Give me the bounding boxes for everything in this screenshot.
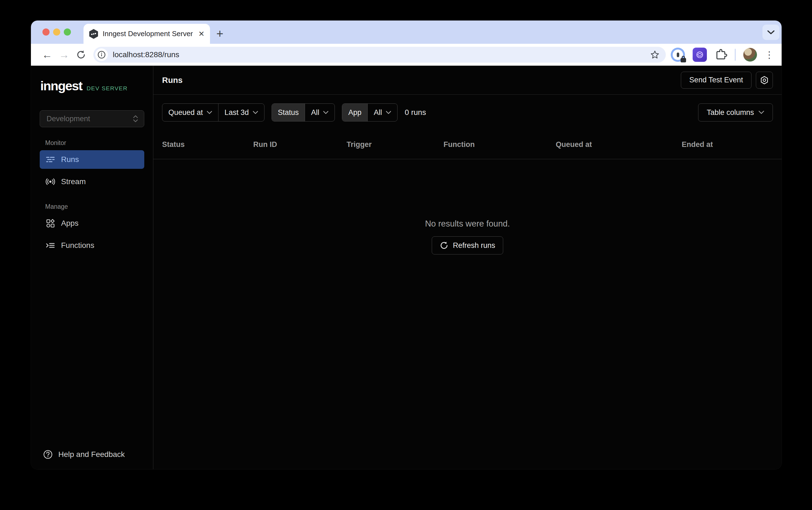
sidebar-item-functions[interactable]: Functions <box>40 236 144 255</box>
dev-server-badge: DEV SERVER <box>87 85 127 92</box>
forward-button[interactable]: → <box>56 46 72 63</box>
profile-avatar[interactable] <box>743 48 757 62</box>
column-header-trigger: Trigger <box>347 140 443 149</box>
refresh-runs-button[interactable]: Refresh runs <box>432 236 503 254</box>
apps-icon <box>46 219 55 228</box>
page-title: Runs <box>162 76 183 85</box>
help-and-feedback[interactable]: Help and Feedback <box>40 450 144 461</box>
settings-gear-icon <box>760 76 769 85</box>
environment-selector[interactable]: Development <box>40 110 144 127</box>
app-value: All <box>374 108 382 117</box>
sidebar-item-label: Apps <box>61 219 79 228</box>
empty-state: No results were found. Refresh runs <box>153 159 782 469</box>
browser-tab[interactable]: Inngest Development Server ✕ <box>84 24 210 44</box>
sidebar-item-stream[interactable]: Stream <box>40 172 144 191</box>
runs-count: 0 runs <box>405 108 426 117</box>
help-label: Help and Feedback <box>58 450 125 459</box>
app-filter-group: App All <box>342 103 398 121</box>
tab-title: Inngest Development Server <box>103 30 195 38</box>
browser-toolbar: ← → localhost:8288/runs <box>31 44 782 66</box>
table-columns-button[interactable]: Table columns <box>698 103 773 121</box>
sidebar-item-label: Stream <box>61 177 86 186</box>
time-range-label: Last 3d <box>225 108 249 117</box>
chevron-down-icon <box>386 111 391 114</box>
settings-button[interactable] <box>756 72 773 89</box>
column-header-ended-at: Ended at <box>682 140 773 149</box>
manage-section-label: Manage <box>40 203 144 210</box>
reload-button[interactable] <box>72 46 89 63</box>
traffic-lights <box>42 28 71 36</box>
inngest-app: inngest DEV SERVER Development Monitor <box>31 66 782 469</box>
new-tab-button[interactable]: + <box>212 25 228 42</box>
up-down-chevron-icon <box>133 115 139 123</box>
inngest-logo: inngest <box>40 78 82 93</box>
close-window-button[interactable] <box>42 28 50 36</box>
tab-search-button[interactable] <box>762 25 779 40</box>
column-header-run-id: Run ID <box>253 140 347 149</box>
sidebar-item-runs[interactable]: Runs <box>40 150 144 169</box>
status-filter-group: Status All <box>271 103 335 121</box>
tab-strip: Inngest Development Server ✕ + <box>31 21 782 44</box>
password-manager-icon[interactable] <box>671 48 685 62</box>
app-filter-label: App <box>342 104 368 121</box>
status-filter-label: Status <box>272 104 305 121</box>
chevron-down-icon <box>323 111 328 114</box>
environment-label: Development <box>47 115 90 123</box>
browser-window: Inngest Development Server ✕ + ← → <box>31 21 782 469</box>
runs-table-header: Status Run ID Trigger Function Queued at… <box>153 130 782 159</box>
toolbar-extensions: ⋮ <box>671 48 774 62</box>
help-icon <box>43 450 53 459</box>
refresh-icon <box>440 241 448 250</box>
inngest-favicon-icon <box>89 29 98 39</box>
stream-icon <box>46 177 55 186</box>
chevron-down-icon <box>758 111 764 114</box>
toolbar-divider <box>735 49 735 61</box>
extensions-puzzle-icon[interactable] <box>715 49 727 61</box>
zoom-window-button[interactable] <box>64 28 71 36</box>
back-button[interactable]: ← <box>38 46 56 63</box>
monitor-section-label: Monitor <box>40 139 144 147</box>
time-range-dropdown[interactable]: Last 3d <box>219 104 264 121</box>
url-text[interactable]: localhost:8288/runs <box>113 50 650 59</box>
sidebar-item-label: Runs <box>61 155 79 164</box>
chevron-down-icon <box>207 111 212 114</box>
status-filter-dropdown[interactable]: All <box>305 104 335 121</box>
table-columns-label: Table columns <box>706 108 754 117</box>
status-label: Status <box>278 108 299 117</box>
site-info-button[interactable] <box>95 49 108 61</box>
status-value: All <box>311 108 319 117</box>
chevron-down-icon <box>253 111 258 114</box>
sidebar: inngest DEV SERVER Development Monitor <box>31 66 153 469</box>
time-filter-group: Queued at Last 3d <box>162 103 264 121</box>
sidebar-item-apps[interactable]: Apps <box>40 214 144 233</box>
chevron-down-icon <box>767 30 775 35</box>
logo-row: inngest DEV SERVER <box>40 78 144 93</box>
column-header-status: Status <box>162 140 253 149</box>
page-header: Runs Send Test Event <box>153 66 782 95</box>
bookmark-star-icon[interactable] <box>650 50 660 60</box>
column-header-function: Function <box>443 140 556 149</box>
column-header-queued-at: Queued at <box>556 140 682 149</box>
address-bar[interactable]: localhost:8288/runs <box>93 47 666 63</box>
minimize-window-button[interactable] <box>53 28 60 36</box>
main-content: Runs Send Test Event Queued at <box>153 66 782 469</box>
close-tab-icon[interactable]: ✕ <box>198 30 204 38</box>
filter-bar: Queued at Last 3d St <box>153 95 782 130</box>
app-label: App <box>348 108 361 117</box>
app-filter-dropdown[interactable]: All <box>368 104 397 121</box>
queued-at-dropdown[interactable]: Queued at <box>162 104 218 121</box>
info-icon <box>97 51 106 59</box>
empty-message: No results were found. <box>425 219 510 229</box>
functions-icon <box>46 241 55 250</box>
reload-icon <box>76 50 86 60</box>
refresh-runs-label: Refresh runs <box>453 241 495 250</box>
browser-menu-button[interactable]: ⋮ <box>765 49 774 60</box>
extension-app-icon[interactable] <box>693 48 707 62</box>
sidebar-item-label: Functions <box>61 241 94 250</box>
send-test-event-button[interactable]: Send Test Event <box>681 72 752 89</box>
runs-icon <box>46 155 55 164</box>
queued-at-label: Queued at <box>168 108 203 117</box>
